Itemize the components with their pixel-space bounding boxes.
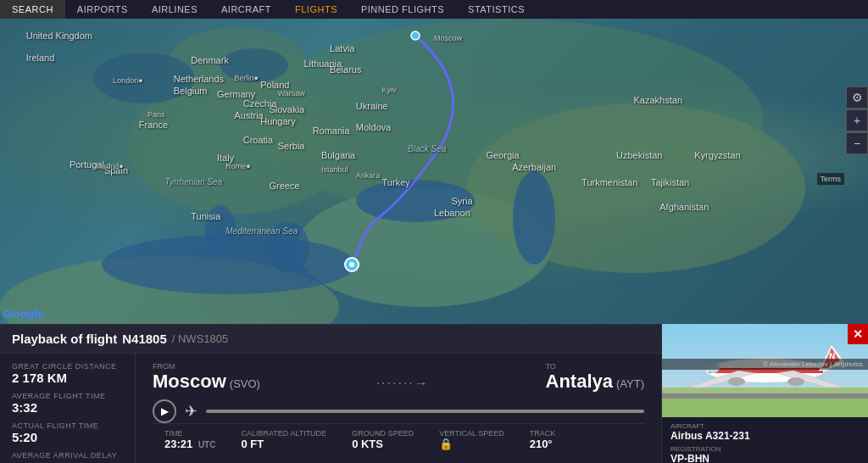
label-uzbekistan: Uzbekistan — [616, 150, 662, 160]
label-lebanon: Lebanon — [434, 208, 470, 218]
avg-flight-stat: AVERAGE FLIGHT TIME 3:32 — [12, 392, 123, 415]
google-logo: Google — [3, 307, 44, 321]
label-uk: United Kingdom — [26, 31, 92, 41]
map-container[interactable]: United Kingdom Ireland Denmark Lithuania… — [0, 19, 868, 324]
label-belarus: Belarus — [330, 64, 361, 75]
route-arrow: ·······→ — [269, 376, 537, 391]
aircraft-photo: N — [662, 324, 868, 417]
track-stat: TRACK 210° — [530, 429, 556, 450]
progress-bar[interactable] — [206, 410, 644, 413]
photo-credit: © Alexander Lebedev | Jetphotos — [662, 359, 868, 370]
svg-point-6 — [93, 53, 195, 103]
label-tunisia: Tunisia — [191, 211, 220, 221]
label-portugal: Portugal — [70, 159, 104, 170]
flight-title-bar: Playback of flight N41805 / NWS1805 — [0, 325, 661, 354]
aircraft-type-row: AIRCRAFT Airbus A321-231 — [670, 422, 860, 442]
svg-rect-18 — [662, 388, 868, 394]
altitude-stat: CALIBRATED ALTITUDE 0 FT — [241, 429, 326, 450]
label-istanbul: Istanbul — [321, 165, 348, 174]
left-stats-panel: GREAT CIRCLE DISTANCE 2 178 KM AVERAGE F… — [0, 354, 136, 463]
label-moscow: Moscow — [434, 34, 462, 42]
label-czechia: Czechia — [243, 98, 277, 109]
label-greece: Greece — [269, 181, 299, 191]
label-turkey: Turkey — [382, 177, 410, 187]
plane-icon: ✈ — [185, 402, 198, 421]
label-madrid: Madrid● — [96, 162, 124, 170]
label-kyiv: Kyiv — [382, 86, 397, 94]
nav-item-airports[interactable]: AIRPORTS — [65, 0, 140, 19]
label-bulgaria: Bulgaria — [321, 150, 355, 160]
nav-item-search[interactable]: SEARCH — [0, 0, 65, 19]
label-afghanistan: Afghanistan — [659, 202, 709, 212]
label-belgium: Belgium — [174, 86, 208, 96]
vertical-speed-stat: VERTICAL SPEED 🔒 — [439, 429, 504, 450]
from-city: Moscow — [153, 371, 226, 393]
from-section: FROM Moscow (SVO) — [153, 362, 260, 393]
navbar: SEARCH AIRPORTS AIRLINES AIRCRAFT FLIGHT… — [0, 0, 868, 19]
svg-point-15 — [349, 262, 354, 267]
label-italy: Italy — [217, 153, 234, 163]
svg-point-14 — [345, 258, 359, 271]
svg-point-8 — [356, 180, 475, 222]
flight-stats-row: GREAT CIRCLE DISTANCE 2 178 KM AVERAGE F… — [0, 354, 661, 463]
map-settings-button[interactable]: ⚙ — [846, 86, 868, 109]
flight-code: / NWS1805 — [172, 332, 228, 345]
label-rome: Rome● — [225, 162, 250, 170]
label-tajikistan: Tajikistan — [651, 177, 689, 187]
svg-point-7 — [220, 48, 288, 82]
time-value: 23:21 UTC — [164, 438, 215, 450]
time-stat: TIME 23:21 UTC — [164, 429, 215, 450]
flight-number: N41805 — [122, 332, 167, 346]
label-london: London● — [113, 76, 142, 85]
svg-point-10 — [102, 235, 356, 294]
svg-point-25 — [787, 377, 804, 386]
label-germany: Germany — [217, 89, 255, 99]
nav-item-pinned[interactable]: PINNED FLIGHTS — [349, 0, 456, 19]
svg-point-11 — [205, 205, 236, 256]
aircraft-photo-panel: ✕ — [661, 324, 868, 463]
label-poland: Poland — [260, 80, 289, 90]
label-slovakia: Slovakia — [269, 104, 304, 114]
map-zoom-out[interactable]: − — [846, 132, 868, 154]
svg-point-4 — [466, 103, 805, 273]
to-city: Antalya — [546, 371, 613, 393]
map-zoom-in[interactable]: + — [846, 109, 868, 131]
map-controls: ⚙ + − — [846, 86, 868, 155]
svg-rect-19 — [662, 393, 868, 399]
label-lithuania: Lithuania — [303, 59, 342, 69]
label-spain: Spain — [104, 165, 128, 176]
label-paris: Paris — [147, 110, 165, 119]
label-georgia: Georgia — [486, 150, 519, 160]
svg-point-0 — [170, 27, 305, 95]
from-code: (SVO) — [230, 377, 260, 390]
label-azerbaijan: Azerbaijan — [512, 162, 556, 172]
play-button[interactable]: ▶ — [153, 399, 176, 423]
route-row: FROM Moscow (SVO) ·······→ TO Antalya (A… — [153, 362, 644, 393]
label-mediterranean: Mediterranean Sea — [225, 226, 298, 236]
playback-row: ▶ ✈ — [153, 399, 644, 423]
playback-label: Playback of flight — [12, 332, 117, 346]
label-ukraine: Ukraine — [356, 101, 388, 111]
registration-row: REGISTRATION VP-BHN — [670, 445, 860, 463]
terms-link[interactable]: Terms — [817, 173, 845, 185]
distance-stat: GREAT CIRCLE DISTANCE 2 178 KM — [12, 362, 123, 385]
svg-point-9 — [513, 171, 555, 265]
label-latvia: Latvia — [330, 43, 354, 53]
to-code: (AYT) — [616, 377, 644, 390]
nav-item-statistics[interactable]: STATISTICS — [456, 0, 537, 19]
actual-flight-stat: ACTUAL FLIGHT TIME 5:20 — [12, 421, 123, 444]
label-kyrgyzstan: Kyrgyzstan — [694, 150, 740, 160]
close-button[interactable]: ✕ — [848, 324, 868, 344]
label-ireland: Ireland — [26, 53, 55, 63]
label-syria: Syria — [451, 196, 472, 206]
nav-item-flights[interactable]: FLIGHTS — [283, 0, 349, 19]
bottom-panel: Playback of flight N41805 / NWS1805 GREA… — [0, 324, 661, 463]
nav-item-airlines[interactable]: AIRLINES — [140, 0, 209, 19]
svg-point-12 — [267, 222, 309, 273]
label-austria: Austria — [234, 110, 263, 120]
nav-item-aircraft[interactable]: AIRCRAFT — [209, 0, 283, 19]
center-flight-info: FROM Moscow (SVO) ·······→ TO Antalya (A… — [136, 354, 661, 463]
aircraft-info-panel: AIRCRAFT Airbus A321-231 REGISTRATION VP… — [662, 417, 868, 463]
svg-point-5 — [0, 256, 339, 324]
label-denmark: Denmark — [191, 55, 229, 65]
